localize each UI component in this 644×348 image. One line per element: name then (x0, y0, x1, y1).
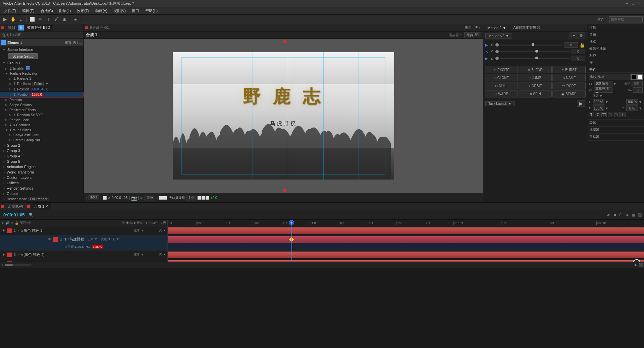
stare-button[interactable]: ◉ STARE (552, 90, 586, 97)
tree-particle-look[interactable]: ▷ Particle Look (0, 118, 84, 123)
expand-z[interactable]: ▶ (485, 57, 489, 60)
tl-zoom-slider[interactable] (5, 264, 32, 266)
superscript-button[interactable]: T↑ (614, 112, 620, 117)
tl-tab-comp1[interactable]: 合成 1 ✕ (31, 203, 51, 210)
tree-scene-interface[interactable]: ▼ Scene Interface (0, 47, 84, 52)
scene-setup-button[interactable]: Scene Setup (8, 53, 38, 59)
menu-edit[interactable]: 编辑(E) (19, 8, 37, 14)
eye-2[interactable]: 👁 (47, 237, 52, 242)
tool-hand[interactable]: ✋ (9, 16, 17, 23)
kern-shift-dropdown[interactable]: ▼ (639, 107, 643, 110)
jump-button[interactable]: ↑ JUMP (519, 74, 552, 81)
tool-zoom[interactable]: ⌕ (17, 16, 25, 23)
tree-enable[interactable]: ▷ 1. Enable ✓ (0, 66, 84, 71)
font-color-swatch-2[interactable] (637, 74, 643, 80)
bold-button[interactable]: T (589, 112, 594, 117)
menu-file[interactable]: 文件(F) (1, 8, 19, 14)
info-section-seq[interactable]: 序 (587, 59, 644, 66)
x-link-icon[interactable]: 🔒 (579, 42, 585, 48)
tool-text[interactable]: T (45, 16, 52, 23)
kern-shift-input[interactable]: 0 % (626, 106, 638, 111)
renderer-value[interactable]: 经典 3D (464, 32, 481, 38)
tool-select[interactable]: ▶ (1, 16, 9, 23)
tab-ae-script[interactable]: AE脚本本管理器 (511, 24, 543, 31)
tab-effect-controls[interactable]: 效果控件 E3D (24, 24, 53, 31)
x-value-input[interactable] (565, 42, 578, 48)
allcaps-button[interactable]: TT (601, 112, 607, 117)
tl-btn-6[interactable]: ⬛ (637, 213, 643, 217)
font-color-swatch[interactable] (631, 74, 637, 80)
tree-custom-layers[interactable]: ▷ Custom Layers (0, 175, 84, 180)
info-section-tracker[interactable]: 跟踪器 (587, 134, 644, 141)
camera-select[interactable]: 1个 (186, 195, 196, 201)
name-1[interactable]: 黑色 纯色 3 (23, 228, 130, 233)
enable-checkbox[interactable]: ✓ (26, 66, 30, 70)
tree-position-2[interactable]: ▷ 1. Position 1280.0 (0, 92, 84, 97)
view-toggle[interactable]: ◎ (140, 196, 143, 200)
expand-y[interactable]: ✕ (485, 50, 489, 54)
menu-animation[interactable]: 动画(A) (93, 8, 110, 14)
y-slider[interactable] (500, 51, 570, 52)
tree-utilities[interactable]: ▷ Utilities (0, 180, 84, 186)
menu-view[interactable]: 视图(V) (111, 8, 128, 14)
tree-particle-replicator[interactable]: ▼ Particle Replicator (0, 71, 84, 76)
mode-1[interactable]: 正常 ▼ (130, 228, 147, 233)
y-knob[interactable] (495, 50, 499, 53)
tree-particle[interactable]: ▷ 1. Particle 1 (0, 76, 84, 81)
tree-group1[interactable]: ▼ Group 1 (0, 60, 84, 66)
tab-project[interactable]: 项目 (5, 24, 18, 31)
info-section-wiggle[interactable]: 摆摆器 (587, 127, 644, 134)
tree-copy-paste[interactable]: ▷ Copy/Paste Grou (0, 133, 84, 138)
warp-button[interactable]: ⊟ WARP (485, 90, 518, 97)
tl-zoom-in[interactable]: + (1, 263, 3, 267)
font-family-select[interactable]: 华文行楷 (589, 74, 631, 80)
eye-1[interactable]: 👁 (1, 228, 6, 233)
orbit-button[interactable]: ○ ORBIT (519, 82, 552, 89)
snapshot-icon[interactable]: 📷 (131, 195, 137, 201)
info-section-effects[interactable]: 效果和预设 (587, 45, 644, 52)
tree-random-se[interactable]: ▷ 1. Random Se 5000 (0, 113, 84, 118)
eye-3[interactable]: 👁 (1, 252, 6, 258)
expand-x[interactable]: ▶ (485, 43, 489, 47)
settings-icon[interactable]: ⚙ (578, 32, 585, 39)
tree-group-utilities[interactable]: ▼ Group Utilities (0, 128, 84, 133)
quality-select[interactable]: 完整 (145, 195, 155, 201)
tool-rect[interactable]: ⬜ (29, 16, 36, 23)
subscript-button[interactable]: T↓ (621, 112, 626, 117)
close-button[interactable]: ✕ (637, 1, 641, 6)
menu-layer[interactable]: 图层(L) (56, 8, 73, 14)
tree-group3[interactable]: ▷ Group 3 (0, 148, 84, 153)
smallcaps-button[interactable]: Tr (608, 112, 613, 117)
tool-brush[interactable]: 🖊 (53, 16, 60, 23)
tool-puppet[interactable]: ◈ (72, 16, 79, 23)
tl-btn-5[interactable]: ▦ (631, 213, 636, 217)
tl-search-icon[interactable]: 🔍 (28, 213, 34, 217)
tool-clone[interactable]: ⊞ (61, 16, 68, 23)
tracking-val-input[interactable]: 0 (633, 87, 643, 93)
v-scale-input[interactable]: 100 % (626, 99, 638, 105)
tl-tab-render-queue[interactable]: 渲染队列 (5, 203, 26, 210)
tree-position-1[interactable]: ▷ 1. Position 360.0 540.0 (0, 87, 84, 92)
size-dropdown[interactable]: ▼ (613, 82, 617, 86)
trk-2[interactable]: 宽度 ▼ (101, 237, 111, 241)
char-section-toggle[interactable]: 字符 ☰ (587, 66, 644, 72)
z-value-input[interactable] (572, 56, 585, 61)
tree-aux-channels[interactable]: ▷ Aux Channels (0, 123, 84, 128)
info-section-audio[interactable]: 音频 (587, 31, 644, 38)
burst-button[interactable]: ✦ BURST (552, 66, 586, 73)
clone-button[interactable]: ⊞ CLONE (485, 74, 518, 81)
tree-group5[interactable]: ▷ Group 5 (0, 159, 84, 164)
tree-group2[interactable]: ▷ Group 2 (0, 143, 84, 148)
info-section-info[interactable]: 信息 (587, 24, 644, 31)
menu-effects[interactable]: 效果(T) (74, 8, 92, 14)
kerning-input[interactable]: 度量标准 ▼ (594, 87, 612, 93)
eye-4[interactable]: 👁 (1, 261, 6, 262)
tree-animation-engine[interactable]: ▷ Animation Engine (0, 164, 84, 169)
info-section-align[interactable]: 对齐 (587, 52, 644, 59)
parent-4[interactable]: 无 ▼ (157, 261, 167, 262)
name-3[interactable]: [黑色 纯色 2] (23, 252, 130, 257)
tl-btn-1[interactable]: ⟳ (605, 213, 611, 217)
about-btn[interactable]: 关于... (73, 40, 82, 45)
task-launch-dropdown[interactable]: Task Launch ▼ (485, 101, 515, 106)
null-button[interactable]: ⊘ NULL (485, 82, 518, 89)
